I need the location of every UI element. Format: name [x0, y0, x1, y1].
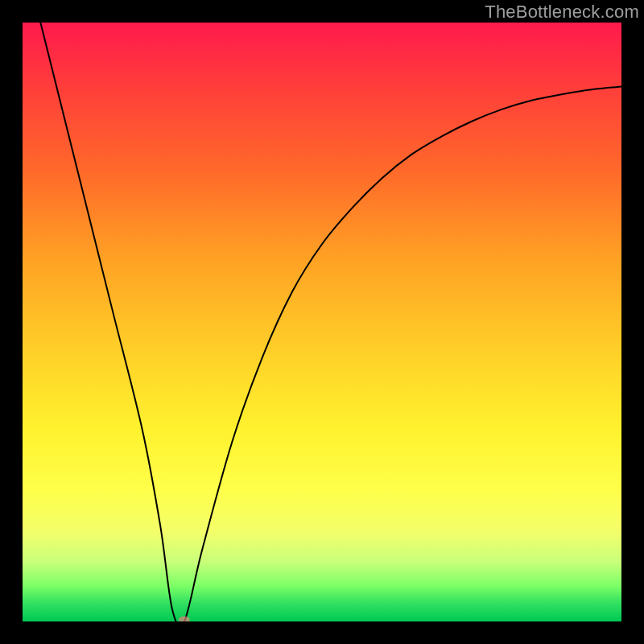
bottleneck-curve — [40, 23, 621, 621]
curve-svg — [23, 23, 621, 621]
minimum-marker — [179, 617, 190, 622]
plot-area — [23, 23, 621, 621]
watermark-label: TheBottleneck.com — [485, 2, 639, 23]
chart-frame: TheBottleneck.com — [0, 0, 644, 644]
